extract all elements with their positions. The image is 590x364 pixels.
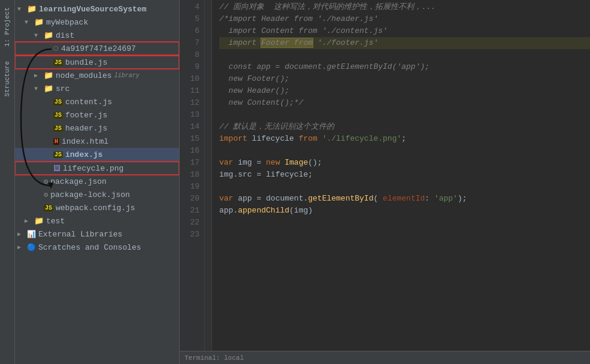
code-line-17: var img = new Image(); [219,157,590,169]
tree-item-mywebpack[interactable]: ▼ 📁 myWebpack [15,16,179,29]
tree-item-ext-lib[interactable]: ▶ 📊 External Libraries [15,228,179,241]
tree-item-dist[interactable]: ▼ 📁 dist [15,29,179,42]
tree-item-webpack-config[interactable]: JS webpack.config.js [15,201,179,214]
code-line-21: app.appendChild(img) [219,205,590,217]
tree-item-node-modules[interactable]: ▶ 📁 node_modules library [15,69,179,82]
tree-item-footer[interactable]: JS footer.js [15,108,179,122]
code-line-10: new Footer(); [219,73,590,85]
code-line-16 [219,145,590,157]
tree-item-hash[interactable]: ⬡ 4a919f7471e24697 [15,42,179,55]
structure-tab[interactable]: Structure [1,56,13,101]
tree-item-indexjs[interactable]: JS index.js [15,148,179,161]
bottom-status-bar: Terminal: local [180,351,590,364]
code-line-9: const app = document.getElementById('app… [219,61,590,73]
code-area[interactable]: // 面向对象 这种写法，对代码的维护性，拓展性不利，... /*import … [212,0,590,351]
tree-item-packagelock[interactable]: ⚙ package-lock.json [15,188,179,201]
tree-item-src[interactable]: ▼ 📁 src [15,82,179,95]
code-line-12: new Content();*/ [219,97,590,109]
status-text: Terminal: local [184,354,244,362]
tree-item-scratches[interactable]: ▶ 🔵 Scratches and Consoles [15,241,179,254]
tree-item-content[interactable]: JS content.js [15,95,179,108]
tree-item-header[interactable]: JS header.js [15,122,179,135]
code-line-14: // 默认是，无法识别这个文件的 [219,121,590,133]
code-line-15: import lifecycle from './lifecycle.png'; [219,133,590,145]
code-line-20: var app = document.getElementById( eleme… [219,193,590,205]
project-tab[interactable]: 1: Project [1,2,13,51]
tree-item-root[interactable]: ▼ 📁 learningVueSourceSystem [15,2,179,16]
code-line-4: // 面向对象 这种写法，对代码的维护性，拓展性不利，... [219,1,590,13]
tree-item-indexhtml[interactable]: H index.html [15,135,179,148]
tree-item-lifecycle[interactable]: 🖼 lifecycle.png [15,162,179,175]
tree-item-test[interactable]: ▶ 📁 test [15,214,179,228]
code-line-11: new Header(); [219,85,590,97]
code-line-7: import Footer from './footer.js' [219,37,590,49]
tree-item-package[interactable]: ⚙ package.json [15,175,179,188]
code-line-22 [219,217,590,229]
code-line-19 [219,181,590,193]
line-numbers: 4 5 6 7 8 9 10 11 12 13 14 15 16 17 18 1… [180,0,205,351]
file-tree-panel: ▼ 📁 learningVueSourceSystem ▼ 📁 myWebpac… [15,0,180,364]
run-gutter [205,0,212,351]
editor-content: 4 5 6 7 8 9 10 11 12 13 14 15 16 17 18 1… [180,0,590,351]
code-line-5: /*import Header from './header.js' [219,13,590,25]
code-editor: 4 5 6 7 8 9 10 11 12 13 14 15 16 17 18 1… [180,0,590,364]
file-tree: ▼ 📁 learningVueSourceSystem ▼ 📁 myWebpac… [15,0,179,364]
code-line-6: import Content from './content.js' [219,25,590,37]
code-line-13 [219,109,590,121]
code-line-18: img.src = lifecycle; [219,169,590,181]
code-line-8 [219,49,590,61]
tree-item-bundle[interactable]: JS bundle.js [15,56,179,69]
code-line-23 [219,229,590,241]
